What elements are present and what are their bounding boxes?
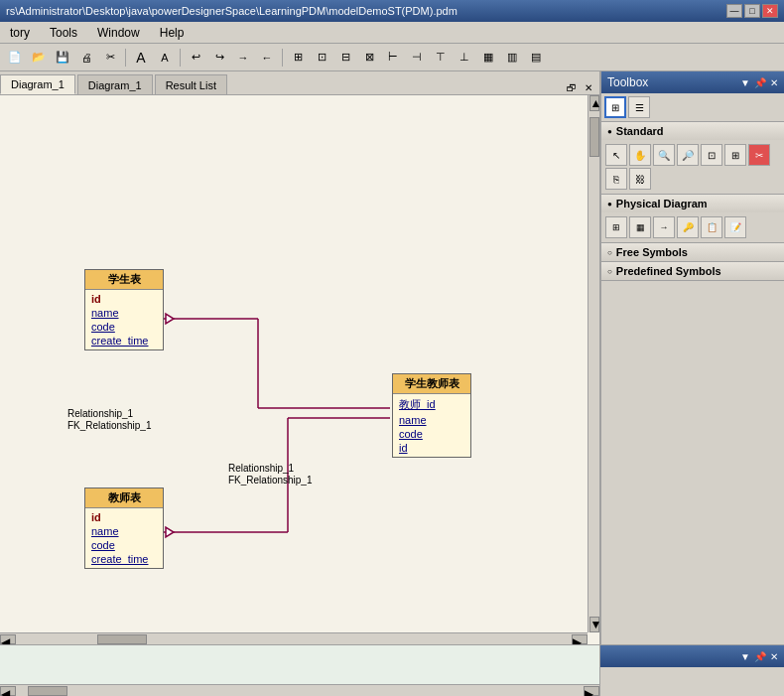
- maximize-button[interactable]: □: [744, 4, 760, 18]
- vertical-scrollbar[interactable]: ▲ ▼: [588, 95, 599, 632]
- bottom-panel-close[interactable]: ✕: [770, 651, 778, 662]
- tb-btn20[interactable]: ▦: [477, 47, 499, 69]
- toolbox-ref-icon[interactable]: →: [653, 216, 675, 238]
- menu-tory[interactable]: tory: [4, 24, 36, 42]
- save-button[interactable]: 💾: [52, 47, 73, 69]
- toolbox-entity-icon[interactable]: ▦: [629, 216, 651, 238]
- hscroll-left[interactable]: ◀: [0, 634, 16, 644]
- vscroll-up[interactable]: ▲: [589, 95, 599, 111]
- sep3: [282, 49, 283, 67]
- tab-diagram1-first[interactable]: Diagram_1: [0, 74, 75, 94]
- bottom-panel-controls: ▼ 📌 ✕: [740, 651, 778, 662]
- table-student-teacher-header: 学生教师表: [393, 374, 470, 394]
- rel2-label2: FK_Relationship_1: [228, 475, 313, 486]
- toolbox-standard-section: ● Standard ↖ ✋ 🔍 🔎 ⊡ ⊞ ✂ ⎘ ⛓: [601, 122, 784, 195]
- left-panel: Diagram_1 Diagram_1 Result List 🗗 ✕: [0, 71, 600, 644]
- tb-btn17[interactable]: ⊣: [406, 47, 428, 69]
- main-toolbar: 📄 📂 💾 🖨 ✂ A A ↩ ↪ → ← ⊞ ⊡ ⊟ ⊠ ⊢ ⊣ ⊤ ⊥ ▦ …: [0, 44, 784, 71]
- toolbox-predefsymbols-label: Predefined Symbols: [616, 265, 721, 277]
- bottom-section: ◀ ▶ ▼ 📌 ✕: [0, 644, 784, 696]
- vscroll-thumb[interactable]: [589, 117, 599, 157]
- toolbox-note-icon[interactable]: 📝: [724, 216, 746, 238]
- toolbox-triangle-btn[interactable]: ▼: [740, 77, 750, 88]
- freesymbols-collapse-icon: ○: [607, 248, 612, 257]
- diagram-canvas[interactable]: Relationship_1 FK_Relationship_1 Relatio…: [0, 95, 599, 644]
- table-student[interactable]: 学生表 id name code create_time: [84, 269, 164, 350]
- tb-btn10[interactable]: →: [232, 47, 254, 69]
- main-layout: Diagram_1 Diagram_1 Result List 🗗 ✕: [0, 71, 784, 644]
- toolbox-hand-icon[interactable]: ✋: [629, 144, 651, 166]
- tb-btn15[interactable]: ⊠: [358, 47, 380, 69]
- tb-btn16[interactable]: ⊢: [382, 47, 404, 69]
- toolbox-zoomsel-icon[interactable]: ⊞: [724, 144, 746, 166]
- toolbox-link-icon[interactable]: ⛓: [629, 168, 651, 190]
- toolbox-table-icon[interactable]: ⊞: [605, 216, 627, 238]
- redo-button[interactable]: ↪: [208, 47, 230, 69]
- toolbox-key-icon[interactable]: 🔑: [677, 216, 699, 238]
- toolbox-copy-icon[interactable]: ⎘: [605, 168, 627, 190]
- col-teacher-createtime: create_time: [89, 552, 159, 566]
- toolbox-physdiagram-icons: ⊞ ▦ → 🔑 📋 📝: [601, 212, 784, 242]
- col-teacher-id: id: [89, 510, 159, 524]
- tb-btn7[interactable]: A: [154, 47, 176, 69]
- table-teacher[interactable]: 教师表 id name code create_time: [84, 487, 164, 569]
- toolbox-zoomin-icon[interactable]: 🔍: [653, 144, 675, 166]
- menu-help[interactable]: Help: [154, 24, 191, 42]
- hscroll-thumb[interactable]: [97, 634, 147, 644]
- tb-btn11[interactable]: ←: [256, 47, 278, 69]
- col-teacher-code: code: [89, 538, 159, 552]
- bottom-hscroll[interactable]: ◀ ▶: [0, 684, 599, 696]
- tab-result-list[interactable]: Result List: [155, 74, 227, 94]
- horizontal-scrollbar[interactable]: ◀ ▶: [0, 632, 588, 644]
- vscroll-down[interactable]: ▼: [589, 617, 599, 632]
- col-student-createtime: create_time: [89, 334, 159, 348]
- tab-bar: Diagram_1 Diagram_1 Result List 🗗 ✕: [0, 71, 599, 95]
- tab-close-btn[interactable]: ✕: [582, 81, 595, 94]
- toolbox-zoomout-icon[interactable]: 🔎: [677, 144, 699, 166]
- undo-button[interactable]: ↩: [185, 47, 206, 69]
- table-student-body: id name code create_time: [85, 290, 163, 349]
- toolbox-freesymbols-header[interactable]: ○ Free Symbols: [601, 243, 784, 261]
- bottom-panel-pin[interactable]: 📌: [754, 651, 766, 662]
- close-button[interactable]: ✕: [762, 4, 778, 18]
- bottom-hscroll-thumb[interactable]: [28, 686, 67, 696]
- bottom-hscroll-right[interactable]: ▶: [584, 686, 599, 696]
- open-button[interactable]: 📂: [28, 47, 50, 69]
- col-st-id: id: [397, 441, 466, 455]
- toolbox-index-icon[interactable]: 📋: [701, 216, 722, 238]
- toolbox-pin-btn[interactable]: 📌: [754, 77, 766, 88]
- tb-btn12[interactable]: ⊞: [287, 47, 309, 69]
- tab-float-btn[interactable]: 🗗: [564, 81, 580, 94]
- toolbox-predefsymbols-header[interactable]: ○ Predefined Symbols: [601, 262, 784, 280]
- tab-diagram1-second[interactable]: Diagram_1: [77, 74, 153, 94]
- new-button[interactable]: 📄: [4, 47, 26, 69]
- tb-btn22[interactable]: ▤: [525, 47, 547, 69]
- toolbox-freesymbols-section: ○ Free Symbols: [601, 243, 784, 262]
- minimize-button[interactable]: —: [726, 4, 742, 18]
- menu-tools[interactable]: Tools: [44, 24, 83, 42]
- tb-btn19[interactable]: ⊥: [454, 47, 475, 69]
- tb-btn6[interactable]: A: [130, 47, 152, 69]
- tb-btn13[interactable]: ⊡: [311, 47, 332, 69]
- toolbox-zoomfit-icon[interactable]: ⊡: [701, 144, 722, 166]
- bottom-panel-triangle[interactable]: ▼: [740, 651, 750, 662]
- tb-btn18[interactable]: ⊤: [430, 47, 452, 69]
- toolbox-predefsymbols-section: ○ Predefined Symbols: [601, 262, 784, 281]
- tb-btn5[interactable]: ✂: [99, 47, 121, 69]
- tb-btn4[interactable]: 🖨: [75, 47, 97, 69]
- tb-btn14[interactable]: ⊟: [334, 47, 356, 69]
- bottom-hscroll-left[interactable]: ◀: [0, 686, 16, 696]
- toolbox-physdiagram-header[interactable]: ● Physical Diagram: [601, 195, 784, 212]
- toolbox-cut-icon[interactable]: ✂: [748, 144, 770, 166]
- toolbox-close-btn[interactable]: ✕: [770, 77, 778, 88]
- toolbox-grid-view[interactable]: ⊞: [604, 96, 626, 118]
- toolbox-pointer-icon[interactable]: ↖: [605, 144, 627, 166]
- toolbox-list-view[interactable]: ☰: [628, 96, 650, 118]
- col-st-teacherid: 教师_id: [397, 396, 466, 413]
- menu-window[interactable]: Window: [91, 24, 146, 42]
- hscroll-right[interactable]: ▶: [572, 634, 588, 644]
- toolbox-title: Toolbox: [607, 75, 648, 89]
- toolbox-standard-header[interactable]: ● Standard: [601, 122, 784, 140]
- table-student-teacher[interactable]: 学生教师表 教师_id name code id: [392, 373, 471, 458]
- tb-btn21[interactable]: ▥: [501, 47, 523, 69]
